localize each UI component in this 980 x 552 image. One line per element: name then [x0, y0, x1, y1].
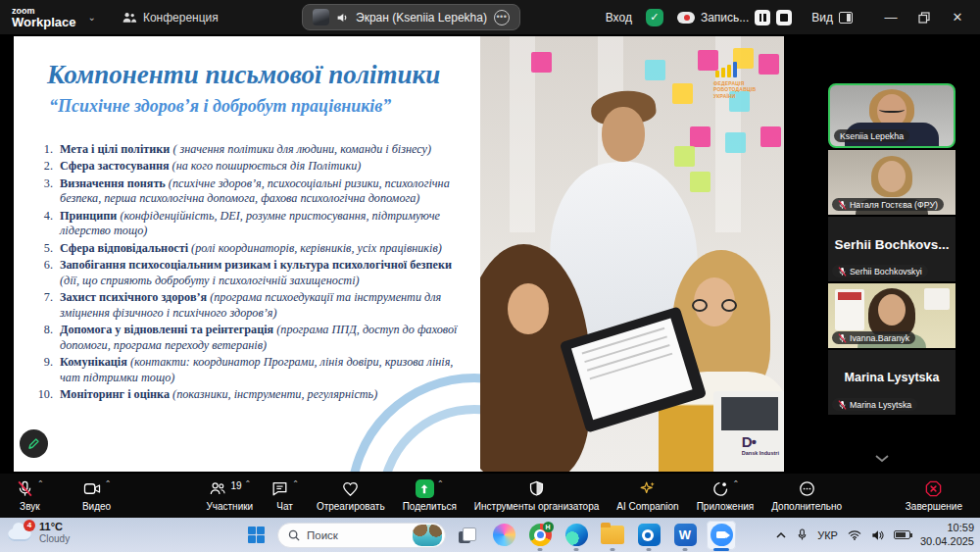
more-button[interactable]: Дополнительно	[771, 479, 842, 512]
zoom-app[interactable]	[707, 521, 736, 550]
annotate-button[interactable]	[20, 429, 48, 458]
participants-count: 19	[230, 480, 241, 491]
word-app[interactable]: W	[670, 521, 700, 550]
chevron-down-icon[interactable]: ⌄	[88, 12, 96, 23]
chevron-up-icon[interactable]: ⌃	[733, 480, 740, 488]
participant-name: Ivanna.Baranyk	[850, 333, 909, 343]
chevron-up-icon[interactable]: ⌃	[437, 480, 444, 488]
item-head: Мета і цілі політики	[60, 142, 170, 156]
audio-button[interactable]: ⌃ Звук	[16, 479, 44, 512]
participant-tile-natalia[interactable]: Наталя Гостєва (ФРУ)	[828, 150, 956, 215]
chevron-up-icon[interactable]: ⌃	[245, 480, 252, 488]
chevron-up-icon[interactable]: ⌃	[292, 480, 299, 488]
host-tools-button[interactable]: Инструменты организатора	[474, 479, 599, 512]
item-head: Сфера відповідальності	[60, 241, 188, 255]
end-meeting-button[interactable]: Завершение	[906, 479, 962, 512]
clock[interactable]: 10:59 30.04.2025	[920, 522, 974, 549]
security-shield-icon[interactable]: ✓	[646, 9, 663, 26]
video-button[interactable]: ⌃ Видео	[82, 479, 112, 512]
mic-muted-icon	[16, 479, 34, 498]
search-box[interactable]: Поиск	[277, 523, 446, 548]
collapse-tiles-button[interactable]	[862, 450, 902, 466]
participant-tile-ivanna[interactable]: Ivanna.Baranyk	[828, 283, 956, 348]
item-head: Допомога у відновленні та реінтеграція	[60, 323, 273, 336]
person-woman-left-face	[508, 283, 549, 334]
participant-nameplate: Наталя Гостєва (ФРУ)	[832, 198, 944, 211]
participant-tile-marina[interactable]: Marina Lysytska Marina Lysytska	[828, 350, 956, 415]
file-explorer-app[interactable]	[598, 521, 627, 550]
ellipsis-circle-icon	[798, 479, 816, 498]
chat-button[interactable]: ⌃ Чат	[270, 479, 299, 512]
participant-tile-serhii[interactable]: Serhii Bochkovs... Serhii Bochkovskyi	[828, 217, 956, 281]
close-button[interactable]: ✕	[943, 5, 972, 30]
weather-widget[interactable]: 4 11°C Cloudy	[8, 521, 70, 544]
mic-muted-icon	[838, 400, 847, 410]
zoom-workplace-logo[interactable]: zoom Workplace ⌄	[12, 7, 96, 28]
search-daily-image[interactable]	[413, 525, 442, 546]
share-button[interactable]: ⌃ Поделиться	[403, 479, 457, 512]
item-head: Визначення понять	[60, 176, 166, 190]
copilot-app[interactable]	[489, 521, 518, 550]
participants-button[interactable]: 19 ⌃ Участники	[206, 479, 253, 512]
recording-controls: Запись...	[677, 10, 792, 25]
item-number: 10.	[33, 387, 60, 402]
tray-chevron-up-icon[interactable]	[775, 531, 787, 539]
minimize-button[interactable]: —	[876, 5, 906, 30]
participants-icon	[208, 479, 227, 498]
battery-icon[interactable]	[894, 530, 910, 539]
folder-icon	[601, 526, 624, 544]
sticky-note	[760, 126, 781, 147]
apps-button[interactable]: ⌃ Приложения	[697, 479, 755, 512]
task-view-button[interactable]	[453, 521, 482, 550]
edge-icon	[565, 524, 588, 546]
fru-logo-text: ФЕДЕРАЦІЯ РОБОТОДАВЦІВ УКРАЇНИ	[713, 80, 776, 99]
outlook-app[interactable]	[634, 521, 663, 550]
meeting-main-area: Компоненти письмової політики “Психічне …	[0, 34, 980, 474]
zoom-title-bar: zoom Workplace ⌄ Конференция Экран (Ksen…	[0, 0, 980, 34]
volume-icon[interactable]	[871, 529, 884, 541]
more-label: Дополнительно	[771, 501, 842, 512]
active-app-indicator	[713, 548, 729, 551]
mic-muted-icon	[838, 200, 847, 210]
brand-workplace: Workplace	[12, 16, 76, 28]
tab-conference[interactable]: Конференция	[122, 11, 219, 25]
tray-mic-icon[interactable]	[797, 528, 808, 541]
chevron-up-icon[interactable]: ⌃	[105, 480, 112, 488]
clock-time: 10:59	[920, 522, 974, 535]
di-mark: D•	[742, 433, 779, 450]
cloud-recording-icon	[677, 12, 695, 24]
chrome-app[interactable]: H	[525, 521, 555, 550]
system-tray: УКР 10:59 30.04.2025	[775, 518, 974, 552]
weather-condition: Cloudy	[39, 533, 70, 545]
start-button[interactable]	[241, 521, 270, 550]
windows-taskbar: 4 11°C Cloudy Поиск H W УКР 10:59	[0, 518, 980, 552]
chevron-down-icon	[874, 454, 890, 463]
pause-recording-button[interactable]	[755, 10, 770, 25]
dansk-industri-logo: D• Dansk Industri	[742, 433, 779, 456]
pencil-icon	[26, 436, 41, 451]
item-number: 5.	[33, 241, 60, 256]
shield-icon	[527, 479, 546, 498]
participants-label: Участники	[206, 501, 253, 512]
chevron-up-icon[interactable]: ⌃	[37, 480, 44, 488]
heart-icon	[341, 479, 360, 498]
participant-tile-kseniia[interactable]: Kseniia Lepekha	[828, 83, 956, 148]
participant-name: Marina Lysytska	[850, 400, 911, 410]
weather-cloud-icon: 4	[8, 523, 33, 542]
stop-recording-button[interactable]	[776, 10, 792, 25]
list-item: 1.Мета і цілі політики ( значення політи…	[33, 142, 468, 157]
wall-poster	[924, 288, 950, 310]
react-button[interactable]: Отреагировать	[317, 479, 385, 512]
ai-companion-button[interactable]: AI Companion	[616, 479, 678, 512]
list-item: 4.Принципи (конфіденційність, DEI, розум…	[33, 209, 468, 239]
participant-tiles: Kseniia Lepekha Наталя Гостєва (ФРУ) Ser…	[828, 83, 956, 417]
restore-button[interactable]	[909, 5, 939, 30]
language-indicator[interactable]: УКР	[817, 529, 838, 541]
video-label: Видео	[82, 501, 111, 512]
edge-app[interactable]	[562, 521, 591, 550]
view-button[interactable]: Вид	[811, 11, 853, 25]
more-options-icon[interactable]: •••	[494, 10, 510, 25]
screen-share-pill[interactable]: Экран (Kseniia Lepekha) •••	[302, 4, 520, 30]
login-button[interactable]: Вход	[606, 11, 632, 25]
wifi-icon[interactable]	[848, 529, 861, 540]
